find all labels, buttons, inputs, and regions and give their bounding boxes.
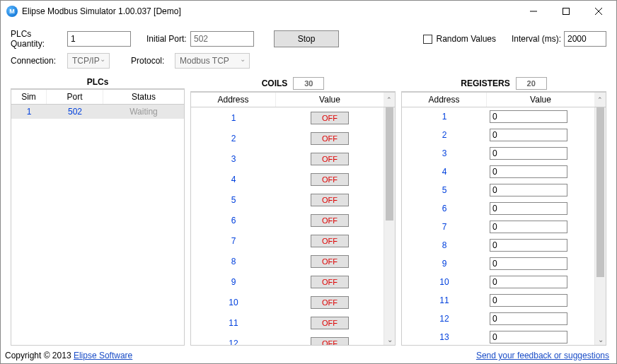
coil-value-button[interactable]: OFF (311, 153, 349, 165)
register-address: 11 (402, 295, 487, 305)
registers-scroll-down[interactable]: ⌄ (595, 334, 606, 345)
coil-value-button[interactable]: OFF (311, 317, 349, 329)
registers-scroll-thumb[interactable] (596, 107, 604, 277)
coil-row: 5OFF (191, 189, 384, 210)
registers-scrollbar[interactable]: ⌄ (594, 107, 606, 345)
coil-row: 12OFF (191, 333, 384, 345)
coils-title-row: COILS 30 (190, 76, 396, 91)
svg-rect-1 (563, 8, 570, 15)
plc-sim: 1 (11, 107, 47, 117)
register-value-input[interactable] (490, 129, 567, 141)
coil-address: 3 (191, 154, 276, 164)
register-row: 6 (402, 199, 594, 218)
random-values-checkbox[interactable] (423, 35, 432, 44)
coil-value-button[interactable]: OFF (311, 214, 349, 227)
coil-value-button[interactable]: OFF (311, 112, 349, 124)
coil-address: 9 (191, 277, 276, 287)
coil-value-button[interactable]: OFF (311, 173, 349, 186)
elipse-link[interactable]: Elipse Software (74, 351, 132, 360)
coils-scroll-thumb[interactable] (386, 107, 393, 221)
registers-scroll-up[interactable]: ⌃ (594, 92, 606, 107)
register-address: 4 (402, 167, 487, 177)
register-value-input[interactable] (490, 294, 567, 307)
plcs-col-sim: Sim (11, 90, 47, 104)
register-value-input[interactable] (490, 276, 567, 288)
coils-title: COILS (262, 78, 288, 88)
coils-scroll-down[interactable]: ⌄ (384, 334, 395, 345)
plc-port: 502 (47, 107, 103, 117)
register-value-input[interactable] (490, 221, 567, 233)
register-value-input[interactable] (490, 202, 567, 215)
register-address: 9 (402, 259, 487, 269)
coil-address: 8 (191, 257, 276, 266)
interval-label: Interval (ms): (512, 34, 561, 44)
coils-scrollbar[interactable]: ⌄ (384, 107, 395, 345)
coil-value-button[interactable]: OFF (311, 255, 349, 268)
register-value-input[interactable] (490, 331, 567, 344)
register-address: 12 (402, 314, 487, 324)
coil-address: 11 (191, 318, 276, 328)
coils-scroll-up[interactable]: ⌃ (384, 92, 395, 107)
register-row: 1 (402, 107, 594, 126)
minimize-icon (530, 8, 537, 15)
register-row: 2 (402, 126, 594, 144)
register-value-input[interactable] (490, 257, 567, 270)
coils-header: Address Value (191, 92, 384, 107)
register-row: 12 (402, 310, 594, 328)
register-row: 5 (402, 181, 594, 199)
close-button[interactable] (582, 1, 615, 22)
registers-header: Address Value (402, 92, 594, 107)
coil-row: 8OFF (191, 251, 384, 271)
initial-port-label: Initial Port: (146, 34, 190, 44)
coil-value-button[interactable]: OFF (311, 194, 349, 206)
register-row: 13 (402, 328, 594, 345)
coils-col-value: Value (276, 93, 384, 107)
initial-port-input[interactable] (190, 31, 254, 47)
controls-row-1: PLCs Quantity: Initial Port: Stop Random… (11, 29, 606, 49)
coil-row: 2OFF (191, 128, 384, 148)
register-value-input[interactable] (490, 147, 567, 160)
coils-count: 30 (293, 77, 324, 90)
coil-address: 12 (191, 339, 276, 346)
window-title: Elipse Modbus Simulator 1.00.037 [Demo] (22, 6, 517, 16)
register-value-input[interactable] (490, 184, 567, 196)
coil-row: 1OFF (191, 107, 384, 128)
coil-value-button[interactable]: OFF (311, 235, 349, 247)
register-row: 9 (402, 254, 594, 273)
coil-value-button[interactable]: OFF (311, 337, 349, 346)
coil-row: 9OFF (191, 271, 384, 292)
stop-button[interactable]: Stop (274, 30, 339, 47)
coil-value-button[interactable]: OFF (311, 132, 349, 145)
register-value-input[interactable] (490, 312, 567, 325)
coil-address: 1 (191, 113, 276, 123)
register-address: 8 (402, 240, 487, 250)
interval-input[interactable] (564, 31, 606, 47)
minimize-button[interactable] (517, 1, 550, 22)
coil-row: 6OFF (191, 210, 384, 230)
register-value-input[interactable] (490, 165, 567, 178)
protocol-dropdown[interactable]: Modbus TCP (175, 53, 250, 69)
connection-dropdown[interactable]: TCP/IP (67, 53, 110, 69)
protocol-label: Protocol: (131, 56, 175, 66)
plcs-title: PLCs (11, 76, 185, 88)
chevron-down-icon: ⌄ (598, 336, 604, 344)
register-value-input[interactable] (490, 110, 567, 123)
maximize-button[interactable] (550, 1, 582, 22)
title-bar: M Elipse Modbus Simulator 1.00.037 [Demo… (1, 1, 616, 22)
register-address: 10 (402, 277, 487, 287)
app-icon: M (6, 6, 18, 17)
random-values-label: Random Values (436, 34, 496, 44)
coil-address: 6 (191, 216, 276, 225)
register-row: 10 (402, 273, 594, 291)
coil-address: 10 (191, 298, 276, 307)
feedback-link[interactable]: Send your feedback or suggestions (476, 351, 609, 360)
register-value-input[interactable] (490, 239, 567, 252)
plc-row[interactable]: 1 502 Waiting (11, 105, 184, 119)
plcs-qty-input[interactable] (67, 31, 131, 47)
register-address: 13 (402, 332, 487, 342)
coil-value-button[interactable]: OFF (311, 296, 349, 309)
chevron-down-icon: ⌄ (387, 336, 393, 344)
register-address: 3 (402, 148, 487, 158)
coil-value-button[interactable]: OFF (311, 276, 349, 288)
plc-status: Waiting (103, 107, 184, 117)
